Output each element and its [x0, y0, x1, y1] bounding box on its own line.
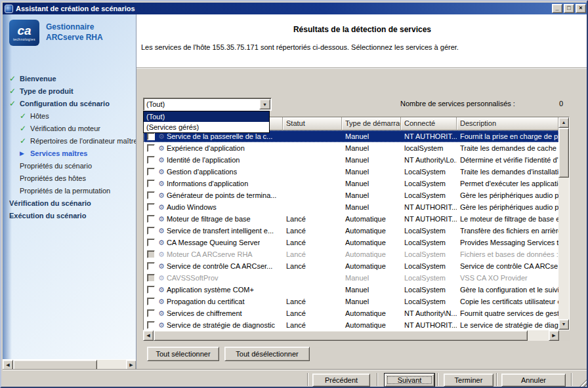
service-row[interactable]: ⚙Expérience d'applicationManuellocalSyst…	[144, 142, 558, 154]
wizard-step[interactable]: Propriétés des hôtes	[3, 172, 136, 184]
wizard-step[interactable]: Exécution du scénario	[3, 209, 136, 222]
service-status	[283, 130, 342, 142]
scrollbar-thumb[interactable]	[154, 330, 528, 341]
wizard-step[interactable]: ✓Configuration du scénario	[3, 97, 136, 109]
column-header-description[interactable]: Description	[457, 117, 558, 130]
scrollbar-thumb[interactable]	[558, 128, 569, 178]
wizard-step[interactable]: ✓Vérification du moteur	[3, 122, 136, 134]
service-row[interactable]: ⚙Audio WindowsManuelNT AUTHORIT...Gère l…	[144, 201, 558, 213]
service-row[interactable]: ⚙Moteur CA ARCserve RHALancéAutomatiqueL…	[144, 248, 558, 260]
maximize-button[interactable]: □	[564, 4, 574, 13]
service-status	[283, 189, 342, 201]
column-header-statut[interactable]: Statut	[283, 117, 342, 130]
scroll-right-icon[interactable]: ▶	[126, 360, 136, 370]
service-row[interactable]: ⚙Gestion d'applicationsManuelLocalSystem…	[144, 166, 558, 178]
title-bar[interactable]: Assistant de création de scénarios _ □ ×	[3, 3, 588, 14]
wizard-step-label: Services maîtres	[30, 149, 87, 157]
service-checkbox[interactable]	[147, 203, 155, 211]
wizard-step[interactable]: ▶Services maîtres	[3, 147, 136, 159]
service-checkbox[interactable]	[147, 168, 155, 176]
scroll-right-icon[interactable]: ▶	[549, 330, 559, 341]
service-icon: ⚙	[158, 201, 165, 213]
column-header-startup-type[interactable]: Type de démarrage	[342, 117, 401, 130]
filter-dropdown-button[interactable]: ▼	[259, 99, 270, 109]
service-name: Moteur de filtrage de base	[167, 213, 251, 225]
service-row[interactable]: ⚙Identité de l'applicationManuelNT Autho…	[144, 154, 558, 166]
finish-button[interactable]: Terminer	[444, 374, 494, 387]
service-checkbox[interactable]	[147, 309, 155, 317]
window-title: Assistant de création de scénarios	[16, 5, 135, 12]
wizard-step[interactable]: ✓Type de produit	[3, 85, 136, 97]
service-checkbox[interactable]	[147, 286, 155, 294]
service-checkbox[interactable]	[147, 180, 155, 187]
scroll-left-icon[interactable]: ◀	[3, 360, 13, 370]
wizard-step-label: Configuration du scénario	[20, 100, 110, 107]
service-row[interactable]: ⚙Service de contrôle CA ARCser...LancéAu…	[144, 260, 558, 272]
service-description: Fichiers et bases de données :	[457, 248, 558, 260]
service-description: Permet d'exécuter les applicatio	[457, 178, 558, 189]
service-icon: ⚙	[158, 319, 165, 330]
service-row[interactable]: ⚙Propagation du certificatLancéManuelLoc…	[144, 296, 558, 307]
service-row[interactable]: ⚙Informations d'applicationManuelLocalSy…	[144, 178, 558, 189]
wizard-step[interactable]: ✓Bienvenue	[3, 72, 136, 85]
service-description: Fournit quatre services de gestio	[457, 307, 558, 319]
footer-separator	[571, 373, 572, 386]
service-checkbox[interactable]	[147, 298, 155, 305]
service-checkbox[interactable]	[147, 132, 155, 140]
scroll-down-icon[interactable]: ▼	[558, 319, 569, 330]
back-button[interactable]: Précédent	[312, 374, 370, 387]
service-startup-type: Manuel	[342, 189, 401, 201]
wizard-step[interactable]: ✓Hôtes	[3, 109, 136, 122]
service-checkbox[interactable]	[147, 191, 155, 199]
wizard-step-label: Bienvenue	[20, 75, 56, 83]
deselect-all-button[interactable]: Tout désélectionner	[224, 347, 310, 361]
service-name-cell: ⚙Moteur CA ARCserve RHA	[144, 248, 283, 260]
check-icon: ✓	[9, 99, 20, 108]
wizard-step[interactable]: Vérification du scénario	[3, 197, 136, 209]
service-status	[283, 142, 342, 154]
service-status: Lancé	[283, 225, 342, 237]
wizard-step[interactable]: Propriétés de la permutation	[3, 184, 136, 197]
service-checkbox[interactable]	[147, 239, 155, 246]
resize-grip-icon[interactable]	[579, 379, 587, 387]
service-status	[283, 154, 342, 166]
service-row[interactable]: ⚙CA Message Queuing ServerLancéAutomatiq…	[144, 237, 558, 248]
scrollbar-thumb[interactable]	[13, 360, 97, 370]
service-checkbox[interactable]	[147, 156, 155, 164]
scroll-up-icon[interactable]: ▲	[558, 117, 569, 128]
table-horizontal-scrollbar[interactable]: ◀ ▶	[143, 330, 570, 341]
scroll-left-icon[interactable]: ◀	[143, 330, 154, 341]
service-row[interactable]: ⚙Service de transfert intelligent e...La…	[144, 225, 558, 237]
service-row[interactable]: ⚙Générateur de points de termina...Manue…	[144, 189, 558, 201]
service-name-cell: ⚙Service de transfert intelligent e...	[144, 225, 283, 237]
table-vertical-scrollbar[interactable]: ▲ ▼	[558, 117, 569, 330]
service-checkbox[interactable]	[147, 227, 155, 235]
select-all-button[interactable]: Tout sélectionner	[147, 347, 219, 361]
minimize-button[interactable]: _	[552, 4, 562, 13]
service-checkbox[interactable]	[147, 274, 155, 282]
service-row[interactable]: ⚙Service de stratégie de diagnosticLancé…	[144, 319, 558, 330]
service-row[interactable]: ⚙Services de chiffrementLancéAutomatique…	[144, 307, 558, 319]
service-name-cell: ⚙Propagation du certificat	[144, 296, 283, 307]
filter-option[interactable]: (Tout)	[144, 111, 269, 122]
filter-select[interactable]: (Tout) ▼	[143, 98, 272, 111]
cancel-button[interactable]: Annuler	[501, 374, 566, 387]
wizard-window: Assistant de création de scénarios _ □ ×…	[0, 0, 588, 388]
wizard-step[interactable]: Propriétés du scénario	[3, 159, 136, 172]
wizard-step-label: Vérification du moteur	[30, 125, 100, 132]
next-button[interactable]: Suivant	[385, 374, 434, 387]
service-checkbox[interactable]	[147, 262, 155, 270]
service-startup-type: Manuel	[342, 201, 401, 213]
service-checkbox[interactable]	[147, 250, 155, 258]
service-row[interactable]: ⚙Application système COM+ManuelLocalSyst…	[144, 284, 558, 296]
service-checkbox[interactable]	[147, 215, 155, 223]
wizard-step[interactable]: ✓Répertoires de l'ordinateur maître	[3, 134, 136, 147]
service-row[interactable]: ⚙Moteur de filtrage de baseLancéAutomati…	[144, 213, 558, 225]
close-button[interactable]: ×	[576, 4, 586, 13]
service-checkbox[interactable]	[147, 321, 155, 329]
service-row[interactable]: ⚙CAVSSSoftProvManuelLocalSystemVSS CA XO…	[144, 272, 558, 284]
service-checkbox[interactable]	[147, 144, 155, 152]
column-header-connecte[interactable]: Connecté	[401, 117, 457, 130]
filter-option[interactable]: (Services gérés)	[144, 122, 269, 132]
sidebar-horizontal-scrollbar[interactable]: ◀ ▶	[3, 359, 136, 370]
